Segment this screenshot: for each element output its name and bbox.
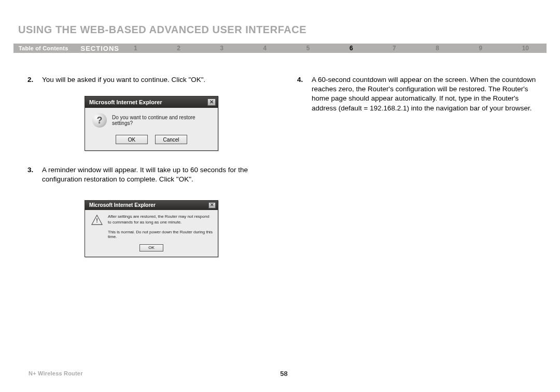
dialog-body: ! After settings are restored, the Route… (85, 210, 218, 257)
nav-section-3[interactable]: 3 (218, 45, 226, 52)
page-footer: N+ Wireless Router 58 (29, 370, 539, 376)
footer-page-number: 58 (280, 370, 287, 377)
dialog-titlebar: Microsoft Internet Explorer ✕ (85, 96, 218, 108)
nav-section-9[interactable]: 9 (477, 45, 484, 52)
step-4: 4. A 60-second countdown will appear on … (297, 75, 539, 113)
dialog-confirm-restore: Microsoft Internet Explorer ✕ ? Do you w… (85, 96, 218, 151)
dialog-title: Microsoft Internet Explorer (89, 202, 156, 208)
close-icon[interactable]: ✕ (207, 99, 216, 106)
right-column: 4. A 60-second countdown will appear on … (297, 75, 539, 257)
close-icon[interactable]: ✕ (208, 202, 216, 208)
dialog-reminder: Microsoft Internet Explorer ✕ ! After se… (85, 200, 218, 257)
dialog-message-line1: After settings are restored, the Router … (108, 214, 213, 226)
dialog-title: Microsoft Internet Explorer (89, 99, 162, 105)
nav-section-1[interactable]: 1 (132, 45, 139, 52)
step-number: 3. (27, 165, 37, 184)
section-navbar: Table of Contents SECTIONS 12345678910 (13, 44, 547, 53)
nav-section-5[interactable]: 5 (304, 45, 312, 52)
left-column: 2. You will be asked if you want to cont… (27, 75, 282, 257)
step-text: A reminder window will appear. It will t… (42, 165, 282, 184)
nav-section-10[interactable]: 10 (520, 45, 531, 52)
ok-button[interactable]: OK (139, 244, 163, 251)
step-text: A 60-second countdown will appear on the… (312, 75, 539, 113)
step-2: 2. You will be asked if you want to cont… (27, 75, 282, 85)
dialog-body: ? Do you want to continue and restore se… (85, 108, 218, 150)
svg-text:!: ! (96, 217, 98, 223)
ok-button[interactable]: OK (116, 135, 148, 144)
nav-section-6[interactable]: 6 (347, 45, 355, 52)
step-text: You will be asked if you want to continu… (42, 75, 282, 85)
warning-icon: ! (91, 214, 103, 226)
page-title: USING THE WEB-BASED ADVANCED USER INTERF… (18, 24, 306, 36)
dialog-message: Do you want to continue and restore sett… (112, 115, 213, 126)
step-number: 2. (27, 75, 37, 85)
nav-section-2[interactable]: 2 (175, 45, 183, 52)
nav-section-8[interactable]: 8 (433, 45, 441, 52)
step-number: 4. (297, 75, 306, 113)
cancel-button[interactable]: Cancel (155, 135, 187, 144)
nav-toc-link[interactable]: Table of Contents (13, 45, 73, 51)
nav-section-7[interactable]: 7 (390, 45, 398, 52)
footer-product-name: N+ Wireless Router (29, 370, 83, 376)
dialog-message-line2: This is normal. Do not power down the Ro… (90, 230, 213, 239)
step-3: 3. A reminder window will appear. It wil… (27, 165, 282, 184)
dialog-titlebar: Microsoft Internet Explorer ✕ (85, 201, 218, 210)
nav-section-numbers: 12345678910 (132, 45, 547, 52)
nav-sections-label: SECTIONS (73, 45, 131, 52)
question-icon: ? (92, 113, 107, 128)
nav-section-4[interactable]: 4 (261, 45, 269, 52)
content-area: 2. You will be asked if you want to cont… (27, 75, 539, 257)
